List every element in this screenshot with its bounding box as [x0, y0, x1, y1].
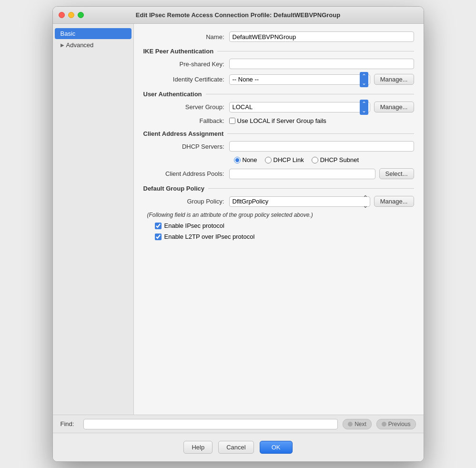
- sidebar-item-advanced-label: Advanced: [66, 41, 94, 49]
- dhcp-servers-wrapper: [229, 141, 414, 152]
- client-addr-section-header: Client Address Assignment: [143, 130, 414, 137]
- sidebar-item-basic[interactable]: Basic: [55, 28, 132, 39]
- identity-cert-row: Identity Certificate: -- None -- ⌃⌄ Mana…: [143, 74, 414, 85]
- server-group-select-wrapper: LOCAL ⌃⌄: [229, 102, 370, 112]
- titlebar: Edit IPsec Remote Access Connection Prof…: [53, 7, 424, 24]
- preshared-key-input[interactable]: [229, 59, 414, 69]
- ok-button[interactable]: OK: [260, 441, 293, 454]
- enable-l2tp-row: Enable L2TP over IPsec protocol: [143, 233, 414, 240]
- radio-dhcp-subnet-input[interactable]: [312, 157, 318, 163]
- server-group-select[interactable]: LOCAL: [229, 102, 370, 112]
- group-policy-note: (Following field is an attribute of the …: [143, 212, 414, 218]
- user-auth-section-header: User Authentication: [143, 91, 414, 98]
- group-policy-select-wrapper: DfltGrpPolicy ⌃⌄: [229, 196, 370, 207]
- find-label: Find:: [61, 420, 79, 427]
- dhcp-servers-label: DHCP Servers:: [143, 143, 229, 150]
- radio-none-input[interactable]: [234, 157, 241, 163]
- fallback-wrapper: Use LOCAL if Server Group fails: [229, 117, 414, 124]
- fallback-checkbox-label[interactable]: Use LOCAL if Server Group fails: [229, 117, 414, 124]
- maximize-button[interactable]: [78, 12, 84, 18]
- name-label: Name:: [143, 33, 229, 41]
- cancel-button[interactable]: Cancel: [218, 441, 253, 454]
- identity-cert-select[interactable]: -- None --: [229, 74, 370, 85]
- manage-group-policy-button[interactable]: Manage...: [374, 196, 414, 207]
- client-addr-pools-wrapper: Select...: [229, 168, 414, 179]
- window-title: Edit IPsec Remote Access Connection Prof…: [136, 11, 340, 19]
- default-group-section-header: Default Group Policy: [143, 185, 414, 192]
- fallback-label: Fallback:: [143, 117, 229, 124]
- previous-button[interactable]: Previous: [376, 419, 416, 429]
- identity-cert-wrapper: -- None -- ⌃⌄ Manage...: [229, 74, 414, 85]
- preshared-key-label: Pre-shared Key:: [143, 61, 229, 68]
- bottom-bar: Help Cancel OK: [53, 433, 424, 461]
- dhcp-servers-row: DHCP Servers:: [143, 141, 414, 152]
- next-dot-icon: [348, 422, 353, 427]
- group-policy-wrapper: DfltGrpPolicy ⌃⌄ Manage...: [229, 196, 414, 207]
- dhcp-radio-group: None DHCP Link DHCP Subnet: [143, 156, 414, 163]
- preshared-key-wrapper: [229, 59, 414, 69]
- find-input[interactable]: [83, 419, 338, 429]
- server-group-label: Server Group:: [143, 103, 229, 111]
- client-addr-pools-label: Client Address Pools:: [143, 170, 229, 177]
- close-button[interactable]: [59, 12, 65, 18]
- name-field-wrapper: [229, 31, 414, 42]
- identity-cert-select-wrapper: -- None -- ⌃⌄: [229, 74, 370, 85]
- radio-none[interactable]: None: [234, 156, 257, 163]
- group-policy-label: Group Policy:: [143, 198, 229, 205]
- enable-ipsec-row: Enable IPsec protocol: [143, 222, 414, 229]
- content-area: Basic ▶ Advanced Name: IKE Peer Authenti…: [53, 24, 424, 415]
- sidebar-item-advanced[interactable]: ▶ Advanced: [55, 40, 132, 51]
- fallback-checkbox[interactable]: [229, 118, 235, 124]
- group-policy-row: Group Policy: DfltGrpPolicy ⌃⌄ Manage...: [143, 196, 414, 207]
- help-button[interactable]: Help: [183, 441, 213, 454]
- enable-ipsec-label: Enable IPsec protocol: [164, 222, 224, 229]
- fallback-row: Fallback: Use LOCAL if Server Group fail…: [143, 117, 414, 124]
- radio-dhcp-link[interactable]: DHCP Link: [265, 156, 304, 163]
- select-pools-button[interactable]: Select...: [379, 168, 414, 179]
- group-policy-select[interactable]: DfltGrpPolicy: [229, 196, 370, 207]
- find-bar: Find: Next Previous: [53, 415, 424, 433]
- enable-ipsec-checkbox[interactable]: [155, 223, 162, 229]
- minimize-button[interactable]: [68, 12, 74, 18]
- enable-l2tp-label: Enable L2TP over IPsec protocol: [164, 233, 255, 240]
- main-panel: Name: IKE Peer Authentication Pre-shared…: [134, 24, 424, 415]
- next-button[interactable]: Next: [343, 419, 372, 429]
- sidebar: Basic ▶ Advanced: [53, 24, 134, 415]
- dhcp-servers-input[interactable]: [229, 141, 414, 152]
- sidebar-item-basic-label: Basic: [61, 30, 76, 37]
- ike-section-header: IKE Peer Authentication: [143, 48, 414, 55]
- server-group-wrapper: LOCAL ⌃⌄ Manage...: [229, 102, 414, 112]
- manage-cert-button[interactable]: Manage...: [374, 74, 414, 85]
- radio-dhcp-subnet[interactable]: DHCP Subnet: [312, 156, 359, 163]
- name-input[interactable]: [229, 31, 414, 42]
- preshared-key-row: Pre-shared Key:: [143, 59, 414, 69]
- client-addr-pools-row: Client Address Pools: Select...: [143, 168, 414, 179]
- client-addr-pools-input[interactable]: [229, 169, 375, 179]
- window-controls: [59, 12, 84, 18]
- main-window: Edit IPsec Remote Access Connection Prof…: [52, 6, 424, 462]
- name-row: Name:: [143, 31, 414, 42]
- radio-dhcp-link-input[interactable]: [265, 157, 272, 163]
- enable-l2tp-checkbox[interactable]: [155, 234, 162, 240]
- previous-dot-icon: [382, 422, 386, 427]
- chevron-right-icon: ▶: [61, 42, 64, 48]
- manage-server-group-button[interactable]: Manage...: [374, 102, 414, 112]
- identity-cert-label: Identity Certificate:: [143, 76, 229, 83]
- server-group-row: Server Group: LOCAL ⌃⌄ Manage...: [143, 102, 414, 112]
